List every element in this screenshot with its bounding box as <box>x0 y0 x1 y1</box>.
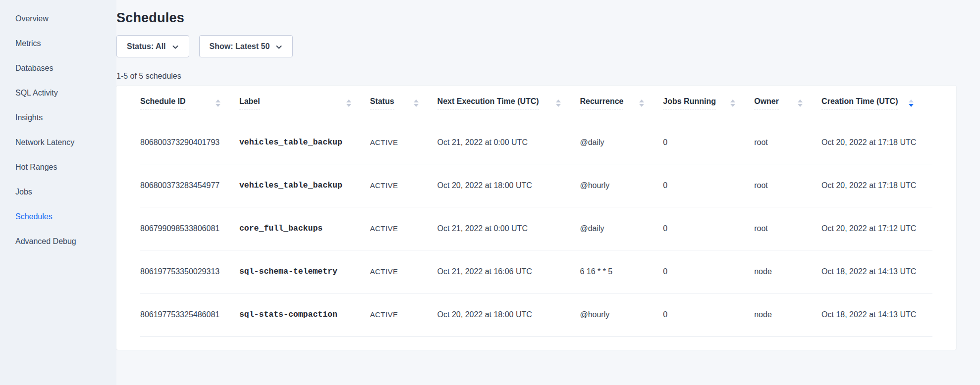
sidebar-item-metrics[interactable]: Metrics <box>0 31 116 56</box>
cell-schedule-id: 806197753325486081 <box>140 293 239 336</box>
cell-owner: root <box>754 164 821 207</box>
column-label: Creation Time (UTC) <box>821 97 898 109</box>
sidebar: OverviewMetricsDatabasesSQL ActivityInsi… <box>0 0 116 385</box>
column-label: Jobs Running <box>663 97 716 109</box>
cell-jobs-running: 0 <box>663 164 754 207</box>
column-header-creation-time-utc[interactable]: Creation Time (UTC) <box>821 86 932 121</box>
filters-bar: Status: AllShow: Latest 50 <box>116 35 956 57</box>
cell-recurrence: @hourly <box>580 293 663 336</box>
table-row: 806197753350029313sql-schema-telemetryAC… <box>140 250 932 293</box>
cell-next-execution-time-utc: Oct 20, 2022 at 18:00 UTC <box>437 293 580 336</box>
table-body: 806800373290401793vehicles_table_backupA… <box>140 121 932 336</box>
sidebar-item-databases[interactable]: Databases <box>0 56 116 81</box>
column-label: Owner <box>754 97 779 109</box>
status-filter-dropdown[interactable]: Status: All <box>116 35 189 57</box>
sort-icon <box>798 99 803 107</box>
sidebar-item-hot-ranges[interactable]: Hot Ranges <box>0 155 116 180</box>
table-header-row: Schedule IDLabelStatusNext Execution Tim… <box>140 86 932 121</box>
table-row: 806799098533806081core_full_backupsACTIV… <box>140 207 932 250</box>
column-header-owner[interactable]: Owner <box>754 86 821 121</box>
cell-status: ACTIVE <box>370 250 437 293</box>
column-header-status[interactable]: Status <box>370 86 437 121</box>
cell-owner: root <box>754 121 821 164</box>
cell-status: ACTIVE <box>370 121 437 164</box>
sidebar-item-sql-activity[interactable]: SQL Activity <box>0 81 116 105</box>
sort-icon <box>216 99 220 107</box>
table-row: 806800373283454977vehicles_table_backupA… <box>140 164 932 207</box>
cell-jobs-running: 0 <box>663 293 754 336</box>
cell-owner: node <box>754 293 821 336</box>
column-label: Next Execution Time (UTC) <box>437 97 539 109</box>
column-label: Label <box>239 97 260 109</box>
table-row: 806800373290401793vehicles_table_backupA… <box>140 121 932 164</box>
main-content: Schedules Status: AllShow: Latest 50 1-5… <box>116 0 980 385</box>
cell-schedule-id: 806800373290401793 <box>140 121 239 164</box>
cell-label: vehicles_table_backup <box>239 121 370 164</box>
sort-icon <box>909 99 914 107</box>
column-header-jobs-running[interactable]: Jobs Running <box>663 86 754 121</box>
cell-owner: root <box>754 207 821 250</box>
sidebar-item-insights[interactable]: Insights <box>0 105 116 130</box>
cell-next-execution-time-utc: Oct 21, 2022 at 0:00 UTC <box>437 207 580 250</box>
cell-schedule-id: 806800373283454977 <box>140 164 239 207</box>
cell-creation-time-utc: Oct 18, 2022 at 14:13 UTC <box>821 293 932 336</box>
column-header-recurrence[interactable]: Recurrence <box>580 86 663 121</box>
column-header-next-execution-time-utc[interactable]: Next Execution Time (UTC) <box>437 86 580 121</box>
cell-recurrence: @hourly <box>580 164 663 207</box>
cell-creation-time-utc: Oct 20, 2022 at 17:18 UTC <box>821 121 932 164</box>
column-label: Schedule ID <box>140 97 186 109</box>
sidebar-nav-list: OverviewMetricsDatabasesSQL ActivityInsi… <box>0 6 116 254</box>
schedules-table-card: Schedule IDLabelStatusNext Execution Tim… <box>116 86 956 350</box>
column-header-label[interactable]: Label <box>239 86 370 121</box>
cell-label: sql-schema-telemetry <box>239 250 370 293</box>
sort-icon <box>639 99 644 107</box>
cell-jobs-running: 0 <box>663 207 754 250</box>
cell-recurrence: @daily <box>580 207 663 250</box>
cell-status: ACTIVE <box>370 164 437 207</box>
sidebar-item-network-latency[interactable]: Network Latency <box>0 130 116 155</box>
sidebar-item-advanced-debug[interactable]: Advanced Debug <box>0 229 116 254</box>
cell-status: ACTIVE <box>370 207 437 250</box>
sidebar-item-jobs[interactable]: Jobs <box>0 180 116 204</box>
cell-label: sql-stats-compaction <box>239 293 370 336</box>
cell-next-execution-time-utc: Oct 21, 2022 at 0:00 UTC <box>437 121 580 164</box>
cell-next-execution-time-utc: Oct 21, 2022 at 16:06 UTC <box>437 250 580 293</box>
results-count: 1-5 of 5 schedules <box>116 72 956 81</box>
chevron-down-icon <box>275 44 282 50</box>
filter-label: Status: All <box>127 42 166 51</box>
table-row: 806197753325486081sql-stats-compactionAC… <box>140 293 932 336</box>
cell-label: vehicles_table_backup <box>239 164 370 207</box>
schedules-table: Schedule IDLabelStatusNext Execution Tim… <box>140 86 932 337</box>
column-label: Status <box>370 97 394 109</box>
sort-icon <box>414 99 419 107</box>
cell-jobs-running: 0 <box>663 250 754 293</box>
show-filter-dropdown[interactable]: Show: Latest 50 <box>199 35 293 57</box>
cell-creation-time-utc: Oct 18, 2022 at 14:13 UTC <box>821 250 932 293</box>
cell-jobs-running: 0 <box>663 121 754 164</box>
column-label: Recurrence <box>580 97 623 109</box>
cell-creation-time-utc: Oct 20, 2022 at 17:12 UTC <box>821 207 932 250</box>
chevron-down-icon <box>172 44 179 50</box>
column-header-schedule-id[interactable]: Schedule ID <box>140 86 239 121</box>
sort-icon <box>730 99 735 107</box>
sidebar-item-schedules[interactable]: Schedules <box>0 204 116 229</box>
cell-recurrence: 6 16 * * 5 <box>580 250 663 293</box>
cell-next-execution-time-utc: Oct 20, 2022 at 18:00 UTC <box>437 164 580 207</box>
cell-creation-time-utc: Oct 20, 2022 at 17:18 UTC <box>821 164 932 207</box>
cell-status: ACTIVE <box>370 293 437 336</box>
cell-label: core_full_backups <box>239 207 370 250</box>
page-title: Schedules <box>116 10 956 26</box>
cell-schedule-id: 806799098533806081 <box>140 207 239 250</box>
sidebar-item-overview[interactable]: Overview <box>0 6 116 31</box>
sort-icon <box>346 99 351 107</box>
app-root: OverviewMetricsDatabasesSQL ActivityInsi… <box>0 0 980 385</box>
cell-schedule-id: 806197753350029313 <box>140 250 239 293</box>
filter-label: Show: Latest 50 <box>210 42 270 51</box>
cell-recurrence: @daily <box>580 121 663 164</box>
sort-icon <box>556 99 561 107</box>
cell-owner: node <box>754 250 821 293</box>
